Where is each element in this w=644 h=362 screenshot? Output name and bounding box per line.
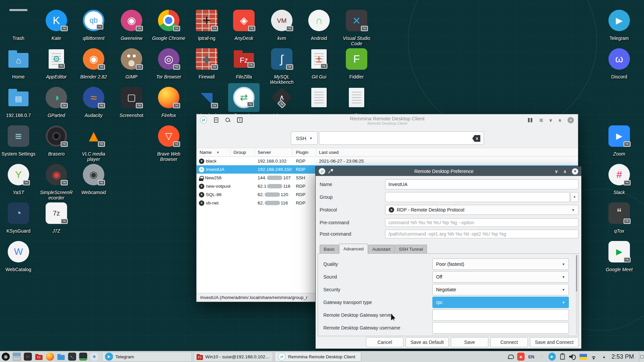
google-chrome-desktop-icon[interactable]: ↪Google Chrome (151, 6, 186, 41)
name-input[interactable]: InvestUA (385, 179, 579, 189)
webcamoid-desktop-icon[interactable]: ◉↪Webcamoid (76, 160, 111, 195)
notifications-icon[interactable] (507, 353, 514, 360)
anydesk-tray-icon[interactable]: ◈ (517, 353, 525, 361)
virtual-desktop-pager-button[interactable] (12, 352, 21, 361)
home-desktop-icon[interactable]: ⌂Home (1, 45, 36, 79)
appeditor-desktop-icon[interactable]: ⚙↪AppEditor (39, 45, 74, 79)
network-icon[interactable] (590, 354, 597, 360)
screenshot-desktop-icon[interactable]: ▢↪Screenshot (114, 83, 149, 118)
brasero-desktop-icon[interactable]: ↪Brasero (39, 122, 74, 157)
application-launcher-button[interactable]: ◉ (1, 352, 10, 361)
android-desktop-icon[interactable]: ∩Android (302, 6, 336, 41)
clipboard-icon[interactable] (559, 353, 566, 360)
quality-dropdown[interactable]: Poor (fastest)▼ (432, 258, 569, 270)
task-button-remmina-remote-desktop-client[interactable]: ⇄Remmina Remote Desktop Client (275, 352, 361, 362)
column-header-plugin[interactable]: Plugin (293, 148, 316, 157)
remmina-desktop-icon[interactable]: ⇄↪Remmina (226, 83, 261, 118)
mysql-workbench-desktop-icon[interactable]: ∫↪MySQL Workbench (264, 45, 299, 85)
protocol-dropdown[interactable]: ×RDP - Remote Desktop Protocol▼ (385, 205, 579, 215)
tab-ssh-tunnel[interactable]: SSH Tunnel (395, 245, 427, 253)
tab-basic[interactable]: Basic (320, 245, 339, 253)
minimize-icon[interactable]: ∨ (549, 118, 552, 123)
ukraine-flag-icon[interactable] (580, 354, 587, 360)
group-dropdown-button[interactable]: ▼ (571, 192, 579, 202)
slack-desktop-icon[interactable]: #↪Slack (602, 160, 637, 195)
system-monitor-button[interactable] (78, 352, 88, 361)
webcatalog-desktop-icon[interactable]: WWebCatalog (1, 237, 36, 272)
save-and-connect-button[interactable]: Save and Connect (530, 337, 579, 347)
column-header-server[interactable]: Server (255, 148, 293, 157)
application-launcher[interactable]: ◉ (2, 353, 10, 361)
volume-icon[interactable] (569, 353, 577, 360)
gwenview-desktop-icon[interactable]: ◉↪Gwenview (114, 6, 149, 41)
screenshot-tool-button[interactable]: ✂ (23, 352, 33, 361)
firefox-desktop-icon[interactable]: ↪Firefox (151, 83, 186, 118)
telegram-tray-icon[interactable]: ▶ (548, 353, 556, 361)
trash-desktop-icon[interactable]: Trash (1, 6, 36, 41)
protocol-filter-dropdown[interactable]: SSH ▼ (291, 131, 318, 145)
system-monitor[interactable] (79, 353, 87, 361)
mount-desktop-icon[interactable]: mount (302, 83, 336, 118)
search-icon[interactable] (225, 117, 230, 123)
tor-browser-desktop-icon[interactable]: ◎↪Tor Browser (151, 45, 186, 79)
192-168-0-7-desktop-icon[interactable]: ▤192.168.0.7 (1, 83, 36, 118)
iptraf-ng-desktop-icon[interactable]: +↪Iptraf-ng (189, 6, 224, 41)
taskbar-clock[interactable]: 2:53 PM (611, 353, 634, 360)
virtual-desktop-pager[interactable] (12, 352, 21, 361)
volume-icon[interactable] (569, 354, 577, 359)
vpn-desktop-icon[interactable]: VPN (339, 83, 374, 118)
sound-dropdown[interactable]: Off▼ (432, 271, 569, 283)
pre-command-input[interactable]: command %h %u %t %U %p %g --option (385, 218, 579, 227)
simplescreenr-ecorder-desktop-icon[interactable]: ◉↪SimpleScreenR ecorder (39, 160, 74, 200)
vlc-media-player-desktop-icon[interactable]: ▲↪VLC media player (76, 122, 111, 162)
remote-desktop-gateway-server-input[interactable] (432, 309, 569, 321)
ksysguard-desktop-icon[interactable]: ◔KSysGuard (1, 199, 36, 234)
column-header-last-used[interactable]: Last used (316, 148, 578, 157)
remmina-tray-icon[interactable]: × (538, 353, 545, 360)
audacity-desktop-icon[interactable]: ≈↪Audacity (76, 83, 111, 118)
connect-button[interactable]: Connect (490, 337, 528, 347)
task-button-telegram[interactable]: ▶Telegram (102, 352, 192, 362)
keyboard-layout-indicator[interactable]: EN (528, 353, 535, 360)
j7z-desktop-icon[interactable]: 7z↪J7Z (39, 199, 74, 234)
close-icon[interactable]: × (568, 117, 574, 123)
group-input[interactable] (385, 192, 570, 202)
firefox[interactable] (46, 353, 54, 361)
save-button[interactable]: Save (451, 337, 488, 347)
zoom-desktop-icon[interactable]: ▶↪Zoom (602, 122, 637, 157)
minimize-icon[interactable]: ∨ (555, 169, 558, 174)
network-icon[interactable] (590, 353, 597, 360)
menu-icon[interactable]: ≡ (539, 117, 543, 123)
file-manager-button[interactable] (56, 352, 66, 361)
cancel-button[interactable]: Cancel (366, 337, 404, 347)
gateway-transport-type-dropdown[interactable]: rpc▼ (432, 297, 569, 308)
wireshark-desktop-icon[interactable]: ◥↪Wireshark (189, 83, 224, 118)
inkscape-desktop-icon[interactable]: ∧↪Inkscape (264, 83, 299, 118)
close-icon[interactable]: × (572, 168, 578, 175)
scrollbar[interactable] (576, 255, 577, 335)
post-command-input[interactable]: /path/to/command -opt1 arg %h %u %t -opt… (385, 230, 579, 238)
show-desktop-button[interactable] (639, 352, 644, 362)
filezilla-icon[interactable]: Fz (197, 355, 203, 360)
git-gui-desktop-icon[interactable]: ±↪Git Gui (302, 45, 336, 79)
save-as-default-button[interactable]: Save as Default (406, 337, 449, 347)
connection-row-black[interactable]: ×black192.168.0.102RDP2021-06-27 - 23:06… (197, 157, 578, 165)
kde-utility[interactable]: ∗ (90, 353, 98, 361)
view-mode-icon[interactable] (528, 118, 533, 122)
telegram-icon[interactable]: ▶ (105, 353, 113, 361)
info-dialog-icon[interactable] (237, 117, 243, 123)
kde-utility-button[interactable]: ∗ (90, 352, 99, 361)
task-button-win10-suse-192-168-0-102-file[interactable]: FzWin10 - suse@192.168.0.102 - File... (194, 352, 273, 362)
kate-desktop-icon[interactable]: K↪Kate (39, 6, 74, 41)
column-header-group[interactable]: Group (230, 148, 255, 157)
discord-desktop-icon[interactable]: ωDiscord (602, 45, 637, 79)
anydesk-desktop-icon[interactable]: ◈↪AnyDesk (226, 6, 261, 41)
fiddler-desktop-icon[interactable]: FFiddler (339, 45, 374, 79)
tab-autostart[interactable]: Autostart (368, 245, 394, 253)
filezilla[interactable]: Fz (35, 355, 43, 360)
brave-web-browser-desktop-icon[interactable]: ▽↪Brave Web Browser (151, 122, 186, 162)
partial-input[interactable] (432, 335, 569, 336)
remmina-tray-icon[interactable]: × (538, 353, 545, 361)
expand-tray-icon[interactable]: ▲ (600, 353, 608, 360)
remmina-icon[interactable]: ⇄ (278, 353, 286, 361)
